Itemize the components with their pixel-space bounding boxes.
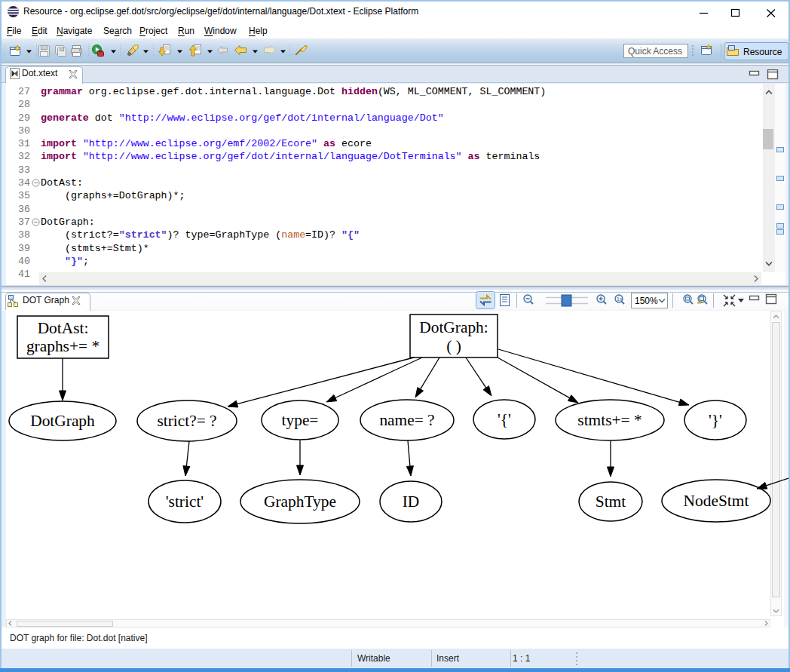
svg-text:1x: 1x — [617, 296, 623, 302]
svg-text:Quick Access: Quick Access — [628, 46, 682, 57]
svg-text:150%: 150% — [635, 296, 658, 306]
svg-text:Resource: Resource — [743, 47, 782, 57]
